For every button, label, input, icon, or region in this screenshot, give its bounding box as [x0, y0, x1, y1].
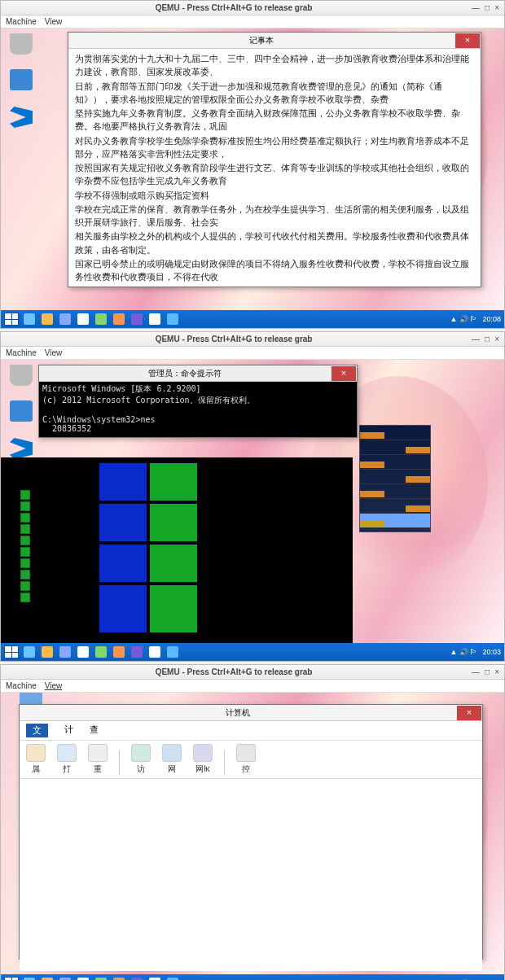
tray-icons[interactable]: ▲ 🔊 🏳: [450, 648, 478, 656]
qemu-title: QEMU - Press Ctrl+Alt+G to release grab: [1, 667, 467, 676]
menu-calc[interactable]: 计: [64, 724, 73, 737]
tool-open[interactable]: 打: [57, 744, 77, 775]
taskbar-icon[interactable]: [95, 313, 107, 325]
desktop-icon-computer[interactable]: [7, 400, 35, 433]
text-line: 对民办义务教育学校学生免除学杂费标准按照生均公用经费基准定额执行；对生均教育培养…: [75, 134, 474, 161]
qemu-title: QEMU - Press Ctrl+Alt+G to release grab: [1, 335, 467, 343]
menu-machine[interactable]: Machine: [6, 348, 37, 357]
close-icon[interactable]: ×: [457, 706, 481, 720]
taskbar-icon[interactable]: [149, 313, 160, 325]
text-line: 为贯彻落实党的十九大和十九届二中、三中、四中全会精神，进一步加强教育收费治理体系…: [75, 52, 474, 79]
taskbar-icon[interactable]: [167, 646, 178, 658]
tetris-grid: [99, 462, 252, 637]
tool-control[interactable]: 控: [236, 744, 256, 775]
tool-rename[interactable]: 重: [88, 744, 108, 775]
menu-machine[interactable]: Machine: [6, 681, 37, 690]
explorer-toolbar: 属 打 重 访 网 网łĸ 控: [20, 741, 482, 779]
start-button[interactable]: [4, 977, 19, 980]
desktop-icon-vscode[interactable]: [7, 107, 35, 139]
notepad-window[interactable]: 记事本 × 为贯彻落实党的十九大和十九届二中、三中、四中全会精神，进一步加强教育…: [68, 32, 481, 287]
qemu-close-button[interactable]: ×: [494, 335, 499, 343]
text-line: 学校不得强制或暗示购买指定资料: [75, 189, 474, 202]
text-line: 校内学生宿舍和社会力量举办的校外学生公寓，均不得强制提供相关生活服务或将服务性收…: [75, 285, 474, 287]
taskbar-icon[interactable]: [113, 646, 125, 658]
menu-view[interactable]: View: [45, 348, 63, 357]
desktop-icon-computer[interactable]: [7, 69, 35, 102]
tray-icons[interactable]: ▲ 🔊 🏳: [450, 315, 478, 323]
taskbar-icon[interactable]: [24, 313, 35, 325]
tetris-stack: [20, 462, 94, 637]
text-line: 学校在完成正常的保育、教育教学任务外，为在校学生提供学习、生活所需的相关便利服务…: [75, 203, 474, 230]
taskbar-icon[interactable]: [42, 313, 53, 325]
tool-network[interactable]: 网: [162, 744, 182, 775]
text-line: 相关服务由学校之外的机构或个人提供的，学校可代收代付相关费用。学校服务性收费和代…: [75, 230, 474, 256]
text-line: 日前，教育部等五部门印发《关于进一步加强和规范教育收费管理的意见》的通知（简称《…: [75, 80, 474, 107]
qemu-max-button[interactable]: □: [485, 335, 490, 343]
start-button[interactable]: [4, 645, 19, 658]
notepad-textarea[interactable]: 为贯彻落实党的十九大和十九届二中、三中、四中全会精神，进一步加强教育收费治理体系…: [68, 49, 481, 287]
desktop-icon-recycle[interactable]: [7, 33, 35, 66]
menu-view[interactable]: View: [45, 17, 63, 26]
close-icon[interactable]: ×: [332, 366, 356, 381]
taskbar-icon[interactable]: [59, 646, 71, 658]
explorer-window[interactable]: 计算机 × 文 计 查 属 打 重 访 网 网łĸ 控: [19, 704, 483, 960]
text-line: 国家已明令禁止的或明确规定由财政保障的项目不得纳入服务性收费和代收费，学校不得擅…: [75, 257, 474, 284]
tool-web[interactable]: 网łĸ: [193, 744, 213, 775]
taskbar-icon[interactable]: [149, 646, 160, 658]
taskbar-icon[interactable]: [131, 646, 143, 658]
taskbar-icon[interactable]: [167, 313, 178, 325]
cmd-output[interactable]: Microsoft Windows [版本 6.2.9200] (c) 2012…: [39, 382, 357, 435]
qemu-min-button[interactable]: —: [472, 335, 480, 343]
qemu-min-button[interactable]: —: [472, 667, 480, 676]
taskbar-icon[interactable]: [113, 313, 125, 325]
taskbar-icon[interactable]: [24, 646, 35, 658]
menu-view[interactable]: View: [45, 681, 63, 690]
menu-view2[interactable]: 查: [90, 724, 99, 737]
close-icon[interactable]: ×: [455, 33, 480, 48]
notepad-title: 记事本: [68, 35, 455, 46]
start-button[interactable]: [4, 313, 19, 326]
taskbar-icon[interactable]: [77, 313, 89, 325]
qemu-max-button[interactable]: □: [485, 667, 490, 676]
qemu-title: QEMU - Press Ctrl+Alt+G to release grab: [1, 3, 467, 12]
taskbar-icon[interactable]: [77, 646, 89, 658]
menu-machine[interactable]: Machine: [6, 17, 37, 26]
text-line: 坚持实施九年义务教育制度。义务教育全面纳入财政保障范围，公办义务教育学校不收取学…: [75, 107, 474, 133]
qemu-close-button[interactable]: ×: [494, 3, 499, 12]
qemu-max-button[interactable]: □: [485, 3, 490, 12]
taskbar-clock[interactable]: 20:03: [482, 648, 501, 656]
game-area[interactable]: [1, 457, 353, 643]
explorer-title: 计算机: [20, 707, 456, 719]
qemu-close-button[interactable]: ×: [494, 667, 499, 676]
taskbar-clock[interactable]: 20:08: [482, 315, 501, 323]
taskbar-icon[interactable]: [59, 313, 71, 325]
taskbar-icon[interactable]: [131, 313, 143, 325]
cmd-title: 管理员：命令提示符: [39, 368, 331, 379]
text-line: 按照国家有关规定招收义务教育阶段学生进行文艺、体育等专业训练的学校或其他社会组织…: [75, 161, 474, 188]
desktop-icon-recycle[interactable]: [7, 365, 35, 397]
tool-access[interactable]: 访: [131, 744, 151, 775]
qemu-min-button[interactable]: —: [472, 3, 480, 12]
taskbar-icon[interactable]: [42, 646, 53, 658]
explorer-content[interactable]: [20, 779, 482, 971]
taskbar-icon[interactable]: [95, 646, 107, 658]
tool-properties[interactable]: 属: [26, 744, 46, 775]
cmd-window[interactable]: 管理员：命令提示符 × Microsoft Windows [版本 6.2.92…: [38, 365, 358, 438]
game-window-small[interactable]: [359, 425, 431, 532]
menu-file[interactable]: 文: [26, 724, 48, 737]
